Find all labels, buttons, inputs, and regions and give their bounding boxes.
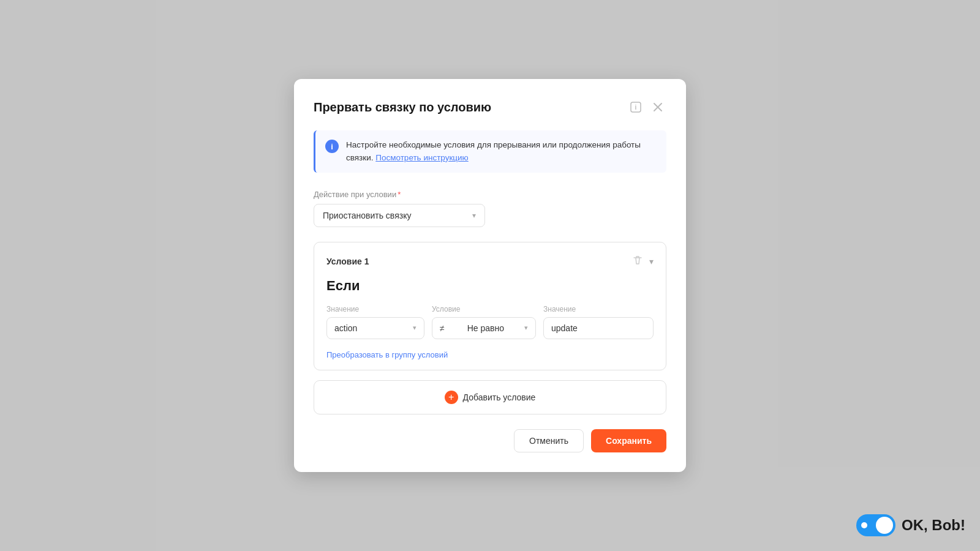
- modal-backdrop: Прервать связку по условию i i: [0, 0, 980, 551]
- add-condition-button[interactable]: + Добавить условие: [314, 380, 666, 414]
- action-dropdown-value: action: [334, 323, 357, 333]
- ok-bob-dot: [861, 522, 867, 528]
- ok-bob-knob: [876, 517, 893, 534]
- modal-dialog: Прервать связку по условию i i: [294, 79, 686, 472]
- condition-block-header: Условие 1 ▾: [326, 255, 654, 268]
- save-button[interactable]: Сохранить: [591, 429, 666, 452]
- svg-text:i: i: [635, 104, 637, 111]
- modal-title: Прервать связку по условию: [314, 100, 491, 114]
- condition-block-actions: ▾: [632, 255, 654, 268]
- action-select-value: Приостановить связку: [323, 211, 411, 220]
- plus-icon: +: [445, 391, 458, 404]
- action-dropdown[interactable]: action ▾: [326, 317, 424, 339]
- if-label: Если: [326, 278, 654, 294]
- value-field-2: Значение: [543, 305, 654, 339]
- condition-row: Значение action ▾ Условие ≠ Не равно ▾ З: [326, 305, 654, 339]
- operator-dropdown-value: Не равно: [467, 323, 504, 333]
- cancel-button[interactable]: Отменить: [514, 429, 584, 452]
- info-link[interactable]: Посмотреть инструкцию: [375, 153, 469, 162]
- info-icon-btn[interactable]: i: [627, 99, 644, 116]
- not-equal-icon: ≠: [440, 323, 445, 333]
- action-dropdown-chevron: ▾: [413, 324, 417, 332]
- info-banner-text: Настройте необходимые условия для прерыв…: [346, 139, 657, 164]
- ok-bob-widget: OK, Bob!: [856, 514, 965, 536]
- action-select-box[interactable]: Приостановить связку ▾: [314, 204, 485, 227]
- delete-condition-button[interactable]: [632, 255, 643, 268]
- info-circle-icon: i: [325, 140, 339, 153]
- value-label-1: Значение: [326, 305, 424, 313]
- action-field-label: Действие при условии*: [314, 190, 666, 199]
- convert-to-group-link[interactable]: Преобразовать в группу условий: [326, 350, 448, 359]
- value-label-2: Условие: [432, 305, 536, 313]
- condition-block: Условие 1 ▾ Если Значение action: [314, 242, 666, 370]
- add-condition-label: Добавить условие: [463, 392, 536, 402]
- value-field-1: Значение action ▾: [326, 305, 424, 339]
- ok-bob-label: OK, Bob!: [902, 517, 965, 534]
- collapse-condition-button[interactable]: ▾: [649, 257, 654, 266]
- header-icons: i: [627, 99, 666, 116]
- action-chevron-icon: ▾: [472, 211, 476, 220]
- condition-block-title: Условие 1: [326, 257, 369, 266]
- modal-footer: Отменить Сохранить: [314, 429, 666, 452]
- info-banner: i Настройте необходимые условия для прер…: [314, 130, 666, 173]
- close-icon-btn[interactable]: [649, 99, 666, 116]
- value-label-3: Значение: [543, 305, 654, 313]
- operator-chevron: ▾: [524, 324, 528, 332]
- ok-bob-toggle[interactable]: [856, 514, 895, 536]
- modal-header: Прервать связку по условию i: [314, 99, 666, 116]
- required-mark: *: [398, 190, 401, 199]
- operator-field: Условие ≠ Не равно ▾: [432, 305, 536, 339]
- operator-dropdown[interactable]: ≠ Не равно ▾: [432, 317, 536, 339]
- condition-value-input[interactable]: [543, 317, 654, 339]
